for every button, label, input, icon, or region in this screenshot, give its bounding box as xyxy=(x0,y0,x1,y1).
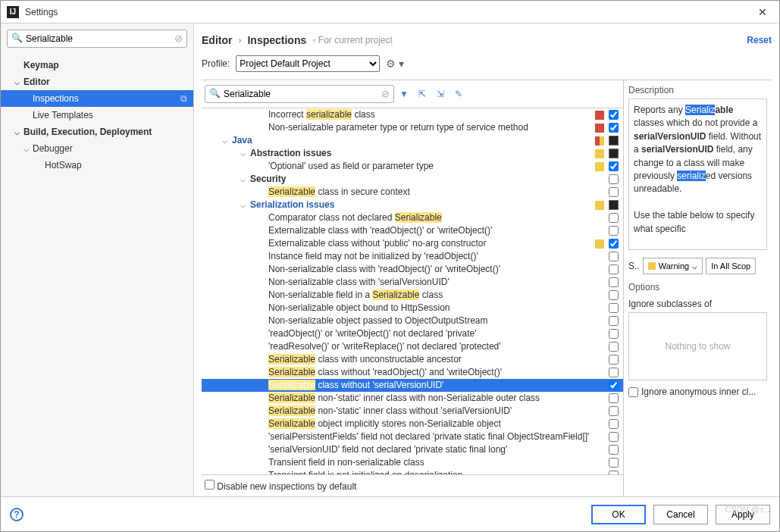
inspection-checkbox[interactable] xyxy=(609,149,619,158)
severity-indicator xyxy=(595,355,604,365)
inspection-checkbox[interactable] xyxy=(609,123,619,133)
inspection-row[interactable]: Serializable object implicitly stores no… xyxy=(202,418,623,430)
reset-link[interactable]: Reset xyxy=(747,35,772,45)
inspection-checkbox[interactable] xyxy=(609,239,619,249)
inspection-checkbox[interactable] xyxy=(609,432,619,442)
sidebar-item-keymap[interactable]: Keymap xyxy=(1,57,193,74)
inspection-row[interactable]: ⌵Serialization issues xyxy=(202,199,623,211)
severity-indicator xyxy=(595,420,604,429)
inspection-row[interactable]: Serializable class in secure context xyxy=(202,186,623,199)
inspection-row[interactable]: Serializable class without 'readObject()… xyxy=(202,366,623,379)
sidebar-item-live-templates[interactable]: Live Templates xyxy=(1,107,193,124)
ignore-subclasses-list[interactable]: Nothing to show + − xyxy=(628,312,767,380)
titlebar: IJ Settings ✕ xyxy=(1,1,779,23)
sidebar-search-input[interactable] xyxy=(7,30,187,48)
inspection-checkbox[interactable] xyxy=(609,458,619,468)
inspection-checkbox[interactable] xyxy=(609,200,619,210)
crumb-editor[interactable]: Editor xyxy=(202,34,232,46)
inspection-checkbox[interactable] xyxy=(609,290,619,300)
expand-all-icon[interactable]: ⇱ xyxy=(414,86,431,102)
inspection-checkbox[interactable] xyxy=(609,316,619,326)
disable-new-checkbox[interactable]: Disable new inspections by default xyxy=(205,481,356,492)
sidebar-item-hotswap[interactable]: HotSwap xyxy=(1,157,193,174)
inspection-checkbox[interactable] xyxy=(609,187,619,197)
inspections-search-input[interactable] xyxy=(205,85,394,103)
inspection-row[interactable]: Non-serializable object bound to HttpSes… xyxy=(202,302,623,315)
inspection-row[interactable]: Non-serializable parameter type or retur… xyxy=(202,121,623,134)
severity-indicator xyxy=(595,124,604,133)
inspection-row[interactable]: ⌵Abstraction issues xyxy=(202,147,623,160)
inspection-row[interactable]: 'readObject()' or 'writeObject()' not de… xyxy=(202,327,623,340)
scope-button[interactable]: In All Scop xyxy=(706,258,756,274)
inspection-row[interactable]: ⌵Security xyxy=(202,173,623,186)
sidebar-item-debugger[interactable]: ⌵Debugger xyxy=(1,140,193,157)
inspection-row[interactable]: Non-serializable field in a Serializable… xyxy=(202,289,623,302)
ignore-anonymous-checkbox[interactable] xyxy=(628,387,638,397)
apply-button[interactable]: Apply xyxy=(716,505,770,524)
cancel-button[interactable]: Cancel xyxy=(653,505,708,524)
inspection-row[interactable]: 'readResolve()' or 'writeReplace()' not … xyxy=(202,340,623,353)
inspection-row[interactable]: Serializable non-'static' inner class wi… xyxy=(202,392,623,405)
inspection-row[interactable]: Transient field in non-serializable clas… xyxy=(202,456,623,469)
reset-profile-icon[interactable]: ✎ xyxy=(450,86,467,102)
profile-select[interactable]: Project Default Project xyxy=(236,55,380,72)
ok-button[interactable]: OK xyxy=(591,505,646,524)
severity-indicator xyxy=(595,446,604,455)
inspection-row[interactable]: Comparator class not declared Serializab… xyxy=(202,211,623,224)
inspection-checkbox[interactable] xyxy=(609,264,619,274)
clear-icon[interactable]: ⊘ xyxy=(381,88,390,99)
inspection-row[interactable]: Serializable non-'static' inner class wi… xyxy=(202,405,623,418)
inspection-row[interactable]: Non-serializable class with 'serialVersi… xyxy=(202,276,623,289)
inspection-row[interactable]: 'Optional' used as field or parameter ty… xyxy=(202,160,623,173)
inspection-checkbox[interactable] xyxy=(609,355,619,365)
inspection-checkbox[interactable] xyxy=(609,161,619,171)
inspection-checkbox[interactable] xyxy=(609,368,619,377)
window-title: Settings xyxy=(25,7,752,17)
inspection-checkbox[interactable] xyxy=(609,252,619,261)
search-icon: 🔍 xyxy=(11,33,23,43)
inspection-checkbox[interactable] xyxy=(609,329,619,339)
severity-indicator xyxy=(595,227,604,236)
inspection-checkbox[interactable] xyxy=(609,380,619,390)
clear-icon[interactable]: ⊘ xyxy=(174,33,183,44)
inspection-checkbox[interactable] xyxy=(609,277,619,287)
inspection-checkbox[interactable] xyxy=(609,445,619,455)
inspections-tree[interactable]: Incorrect serializable classNon-serializ… xyxy=(202,108,623,474)
inspection-checkbox[interactable] xyxy=(609,406,619,416)
ignore-anonymous-row[interactable]: Ignore anonymous inner cl... xyxy=(628,386,767,397)
inspection-row[interactable]: Serializable class with unconstructable … xyxy=(202,353,623,366)
inspection-checkbox[interactable] xyxy=(609,393,619,403)
sidebar-item-editor[interactable]: ⌵Editor xyxy=(1,74,193,90)
inspection-row[interactable]: Instance field may not be initialized by… xyxy=(202,250,623,263)
footer: ? OK Cancel Apply xyxy=(1,496,779,531)
help-icon[interactable]: ? xyxy=(10,508,23,521)
inspection-checkbox[interactable] xyxy=(609,174,619,184)
inspection-row[interactable]: Non-serializable object passed to Object… xyxy=(202,315,623,327)
inspection-row[interactable]: ⌵Java xyxy=(202,134,623,147)
severity-select[interactable]: Warning⌵ xyxy=(643,258,703,274)
inspection-row[interactable]: Externalizable class with 'readObject()'… xyxy=(202,224,623,237)
inspection-checkbox[interactable] xyxy=(609,136,619,146)
filter-icon[interactable]: ▼ xyxy=(396,86,412,102)
ignore-anonymous-label: Ignore anonymous inner cl... xyxy=(641,386,756,397)
inspection-row[interactable]: Transient field is not initialized on de… xyxy=(202,469,623,474)
inspection-checkbox[interactable] xyxy=(609,303,619,313)
close-icon[interactable]: ✕ xyxy=(752,6,773,18)
inspection-row[interactable]: Non-serializable class with 'readObject(… xyxy=(202,263,623,276)
inspection-row[interactable]: Serializable class without 'serialVersio… xyxy=(202,379,623,392)
collapse-all-icon[interactable]: ⇲ xyxy=(432,86,449,102)
sidebar-item-inspections[interactable]: Inspections⧉ xyxy=(1,90,193,107)
inspection-checkbox[interactable] xyxy=(609,213,619,223)
inspection-checkbox[interactable] xyxy=(609,342,619,352)
inspection-row[interactable]: 'serialVersionUID' field not declared 'p… xyxy=(202,443,623,456)
search-icon: 🔍 xyxy=(209,88,221,99)
gear-icon[interactable]: ⚙ ▾ xyxy=(386,58,404,70)
inspection-row[interactable]: 'serialPersistentFields' field not decla… xyxy=(202,430,623,443)
inspection-checkbox[interactable] xyxy=(609,419,619,429)
inspection-row[interactable]: Incorrect serializable class xyxy=(202,108,623,121)
inspection-checkbox[interactable] xyxy=(609,226,619,236)
sidebar-item-build-execution-deployment[interactable]: ⌵Build, Execution, Deployment xyxy=(1,124,193,140)
ignore-subclasses-label: Ignore subclasses of xyxy=(628,299,767,309)
inspection-checkbox[interactable] xyxy=(609,110,619,120)
inspection-row[interactable]: Externalizable class without 'public' no… xyxy=(202,237,623,250)
